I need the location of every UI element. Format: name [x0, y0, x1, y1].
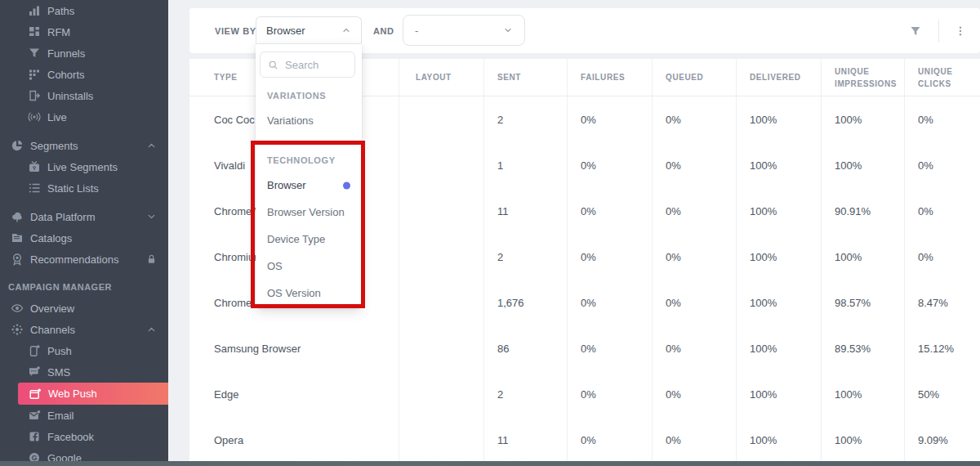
- toolbar-actions: [909, 8, 980, 53]
- web-push-campaign-stats-page: PathsRFMFunnelsCohortsUninstallsLiveSegm…: [0, 0, 980, 466]
- row-value-cell: 15.12%: [904, 325, 980, 371]
- chevron-down-icon[interactable]: [146, 212, 157, 222]
- sidebar-item-facebook[interactable]: Facebook: [0, 426, 168, 447]
- column-header-queued: QUEUED: [652, 59, 736, 96]
- chevron-down-icon: [503, 25, 513, 35]
- sidebar-item-label: Recommendations: [30, 253, 118, 266]
- filter-icon[interactable]: [909, 25, 922, 38]
- chevron-up-icon[interactable]: [146, 141, 157, 151]
- sidebar-item-label: Segments: [30, 140, 78, 152]
- row-value-cell: 9.09%: [904, 417, 980, 461]
- sidebar-item-label: Static Lists: [47, 182, 99, 195]
- sidebar-item-label: Cohorts: [47, 69, 85, 81]
- dropdown-option-device-type[interactable]: Device Type: [256, 226, 362, 253]
- table-row[interactable]: Edge20%0%100%100%50%: [189, 371, 980, 417]
- sidebar-item-recommendations[interactable]: Recommendations: [0, 249, 168, 270]
- funnel-icon: [28, 47, 41, 60]
- dropdown-option-os[interactable]: OS: [256, 253, 362, 280]
- row-value-cell: 0%: [567, 234, 652, 280]
- sidebar-item-overview[interactable]: Overview: [0, 298, 168, 319]
- sidebar-item-catalogs[interactable]: Catalogs: [0, 227, 168, 249]
- sidebar-item-funnels[interactable]: Funnels: [0, 43, 168, 64]
- row-value-cell: [399, 142, 483, 188]
- sidebar-item-live-segments[interactable]: Live Segments: [0, 156, 168, 177]
- sidebar-item-push[interactable]: Push: [0, 340, 168, 361]
- row-value-cell: 0%: [567, 142, 652, 188]
- sidebar-item-data-platform[interactable]: Data Platform: [0, 206, 168, 227]
- badge-icon: [11, 253, 24, 266]
- row-value-cell: 0%: [652, 325, 736, 371]
- and-select-value: -: [415, 25, 418, 37]
- row-value-cell: 0%: [652, 417, 736, 461]
- grid-icon: [28, 25, 41, 38]
- webpush-icon: [29, 388, 42, 401]
- sidebar-item-label: Catalogs: [30, 232, 72, 244]
- sidebar-item-paths[interactable]: Paths: [0, 0, 168, 21]
- row-value-cell: 100%: [736, 417, 821, 461]
- dropdown-option-os-version[interactable]: OS Version: [256, 280, 362, 307]
- sidebar-item-segments[interactable]: Segments: [0, 135, 168, 156]
- view-by-select-value: Browser: [266, 25, 305, 37]
- pie-chart-icon: [11, 139, 24, 152]
- column-header-delivered: DELIVERED: [736, 59, 821, 96]
- dropdown-search-input[interactable]: [285, 59, 347, 71]
- sidebar-item-sms[interactable]: SMS: [0, 361, 168, 383]
- dropdown-option-variations[interactable]: Variations: [256, 107, 362, 134]
- row-value-cell: 0%: [652, 371, 736, 417]
- row-value-cell: 0%: [567, 371, 652, 417]
- row-value-cell: 0%: [652, 96, 736, 142]
- dropdown-divider: [256, 141, 362, 142]
- row-value-cell: 0%: [904, 96, 980, 142]
- dropdown-section-title: VARIATIONS: [256, 84, 362, 107]
- uninstall-icon: [28, 89, 41, 102]
- dropdown-option-browser[interactable]: Browser: [256, 172, 362, 199]
- sidebar-item-rfm[interactable]: RFM: [0, 21, 168, 43]
- kebab-menu-icon[interactable]: [954, 25, 967, 38]
- view-by-select[interactable]: Browser: [256, 16, 362, 44]
- dropdown-section-title: TECHNOLOGY: [256, 149, 362, 172]
- sidebar-item-static-lists[interactable]: Static Lists: [0, 177, 168, 199]
- row-value-cell: 100%: [736, 371, 821, 417]
- row-value-cell: 1: [483, 142, 567, 188]
- sidebar-item-web-push[interactable]: Web Push: [18, 383, 168, 405]
- list-icon: [28, 181, 41, 195]
- row-value-cell: 100%: [821, 142, 904, 188]
- sidebar-item-label: Funnels: [47, 47, 85, 60]
- column-header-unique-impressions: UNIQUE IMPRESSIONS: [821, 59, 904, 96]
- row-value-cell: 1,676: [483, 280, 567, 325]
- sidebar-item-cohorts[interactable]: Cohorts: [0, 64, 168, 85]
- sidebar-item-live[interactable]: Live: [0, 106, 168, 128]
- sidebar-item-label: Paths: [47, 5, 74, 17]
- row-value-cell: [399, 234, 483, 280]
- and-select[interactable]: -: [403, 15, 525, 46]
- cohorts-icon: [28, 68, 41, 81]
- column-header-layout: LAYOUT: [399, 59, 483, 96]
- row-value-cell: [399, 371, 483, 417]
- horizontal-scrollbar[interactable]: [0, 461, 980, 466]
- row-value-cell: 89.53%: [821, 325, 904, 371]
- sidebar-item-uninstalls[interactable]: Uninstalls: [0, 85, 168, 106]
- selected-option-dot: [343, 181, 350, 189]
- sidebar-item-channels[interactable]: Channels: [0, 319, 168, 340]
- column-header-sent: SENT: [483, 59, 567, 96]
- row-value-cell: 100%: [736, 96, 821, 142]
- sidebar-item-email[interactable]: Email: [0, 405, 168, 426]
- row-value-cell: [399, 280, 483, 325]
- dropdown-search-box[interactable]: [260, 52, 355, 78]
- row-value-cell: 0%: [904, 234, 980, 280]
- sparkle-icon: [11, 323, 24, 336]
- sidebar-section-title: CAMPAIGN MANAGER: [0, 276, 168, 298]
- dropdown-option-browser-version[interactable]: Browser Version: [256, 199, 362, 226]
- row-value-cell: 100%: [736, 280, 821, 325]
- sidebar-nav: PathsRFMFunnelsCohortsUninstallsLiveSegm…: [0, 0, 168, 466]
- table-row[interactable]: Opera110%0%100%100%9.09%: [189, 417, 980, 461]
- row-value-cell: 11: [483, 417, 567, 461]
- row-value-cell: 0%: [652, 280, 736, 325]
- row-value-cell: 0%: [652, 142, 736, 188]
- row-value-cell: 100%: [736, 142, 821, 188]
- table-row[interactable]: Samsung Browser860%0%100%89.53%15.12%: [189, 325, 980, 371]
- view-by-label: VIEW BY: [215, 8, 256, 53]
- chevron-up-icon[interactable]: [146, 325, 157, 335]
- row-value-cell: 100%: [821, 371, 904, 417]
- row-value-cell: 100%: [736, 188, 821, 234]
